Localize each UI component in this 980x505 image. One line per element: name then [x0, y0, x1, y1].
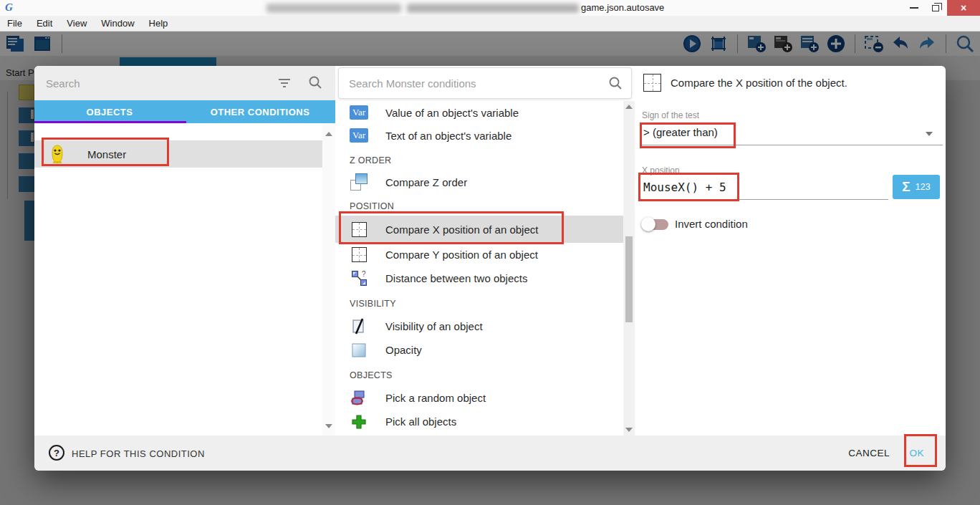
- menu-bar: File Edit View Window Help: [0, 16, 980, 32]
- dialog-footer: ? HELP FOR THIS CONDITION CANCEL OK: [34, 436, 946, 471]
- distance-icon: ?: [351, 270, 368, 287]
- title-redacted-segment: [266, 4, 401, 13]
- objects-search-input[interactable]: [46, 66, 261, 100]
- compare-y-icon: [352, 247, 367, 262]
- restore-icon: [932, 5, 939, 11]
- scroll-down-icon[interactable]: [625, 428, 633, 432]
- condition-item[interactable]: Visibility of an object: [335, 314, 623, 338]
- search-icon: [308, 75, 322, 90]
- tab-other-conditions[interactable]: OTHER CONDITIONS: [185, 100, 335, 123]
- invert-condition-toggle[interactable]: [643, 219, 668, 230]
- compare-x-icon: [352, 222, 367, 237]
- numeric-badge: 123: [916, 182, 931, 192]
- condition-item[interactable]: ? Distance between two objects: [335, 266, 623, 290]
- menu-window[interactable]: Window: [94, 18, 141, 29]
- section-header: POSITION: [335, 194, 623, 216]
- pick-all-icon: [351, 414, 367, 430]
- scroll-down-icon[interactable]: [325, 424, 332, 428]
- window-title: game.json.autosave: [581, 2, 664, 13]
- condition-item[interactable]: Compare Z order: [335, 170, 623, 194]
- chevron-down-icon[interactable]: [926, 132, 933, 136]
- x-position-input[interactable]: [643, 178, 880, 196]
- objects-list: Monster: [34, 123, 335, 436]
- section-header: Z ORDER: [335, 147, 623, 170]
- objects-search-bar: [34, 66, 335, 100]
- condition-editor-dialog: OBJECTS OTHER CONDITIONS Monster: [34, 66, 946, 471]
- visibility-icon: [352, 318, 366, 335]
- scroll-up-icon[interactable]: [325, 132, 332, 136]
- opacity-icon: [352, 343, 366, 357]
- field-underline: [640, 199, 888, 200]
- variable-value-icon: Var: [350, 105, 368, 120]
- condition-item[interactable]: Var Text of an object's variable: [335, 124, 623, 147]
- search-icon: [608, 76, 623, 90]
- objects-panel: OBJECTS OTHER CONDITIONS Monster: [34, 66, 335, 436]
- condition-detail-panel: Compare the X position of the object. Si…: [635, 66, 946, 436]
- minimize-button[interactable]: [904, 0, 924, 16]
- object-item-monster[interactable]: Monster: [34, 140, 322, 168]
- tab-objects[interactable]: OBJECTS: [34, 100, 185, 123]
- filter-icon[interactable]: [278, 79, 291, 87]
- titlebar: G game.json.autosave ×: [0, 0, 980, 16]
- help-link[interactable]: HELP FOR THIS CONDITION: [72, 448, 205, 459]
- section-header: VISIBILITY: [335, 290, 623, 314]
- sign-field-label: Sign of the test: [642, 110, 699, 120]
- menu-edit[interactable]: Edit: [29, 18, 59, 29]
- condition-item[interactable]: Compare Y position of an object: [335, 243, 623, 266]
- conditions-panel: Var Value of an object's variable Var Te…: [335, 66, 635, 436]
- z-order-icon: [350, 173, 368, 191]
- left-tab-bar: OBJECTS OTHER CONDITIONS: [34, 100, 335, 123]
- condition-item[interactable]: Opacity: [335, 338, 623, 362]
- conditions-search-input[interactable]: [349, 68, 592, 98]
- cancel-button[interactable]: CANCEL: [848, 448, 890, 458]
- condition-title: Compare the X position of the object.: [671, 77, 847, 89]
- conditions-list: Var Value of an object's variable Var Te…: [335, 101, 623, 436]
- app-logo-icon: G: [5, 1, 13, 14]
- invert-condition-label: Invert condition: [675, 218, 748, 230]
- scrollbar-thumb[interactable]: [625, 236, 633, 322]
- restore-button[interactable]: [926, 0, 946, 16]
- condition-item[interactable]: Pick all objects: [335, 410, 623, 433]
- minimize-icon: [910, 7, 918, 9]
- title-redacted-segment: [407, 4, 579, 13]
- toggle-thumb[interactable]: [641, 217, 655, 231]
- pick-random-icon: [351, 390, 368, 406]
- conditions-search-bar: [338, 67, 632, 99]
- menu-help[interactable]: Help: [142, 18, 176, 29]
- monster-icon: [50, 145, 64, 164]
- help-icon[interactable]: ?: [49, 445, 64, 461]
- objects-scrollbar[interactable]: [322, 123, 335, 436]
- field-underline: [640, 145, 943, 145]
- variable-text-icon: Var: [350, 128, 368, 143]
- compare-x-icon: [643, 74, 661, 92]
- sign-select[interactable]: > (greater than): [643, 126, 718, 138]
- condition-item-selected[interactable]: Compare X position of an object: [335, 216, 623, 243]
- expression-editor-button[interactable]: Σ 123: [893, 175, 940, 199]
- menu-view[interactable]: View: [59, 18, 94, 29]
- svg-text:?: ?: [362, 270, 366, 278]
- x-position-field-label: X position: [642, 165, 680, 175]
- sigma-icon: Σ: [902, 179, 910, 195]
- scroll-up-icon[interactable]: [625, 105, 633, 109]
- conditions-scrollbar[interactable]: [623, 101, 635, 436]
- condition-item[interactable]: Pick a random object: [335, 386, 623, 410]
- menu-file[interactable]: File: [0, 18, 29, 29]
- object-label: Monster: [87, 148, 126, 160]
- condition-item[interactable]: Var Value of an object's variable: [335, 101, 623, 124]
- close-button[interactable]: ×: [947, 0, 980, 16]
- ok-button[interactable]: OK: [909, 448, 924, 458]
- section-header: OBJECTS: [335, 362, 623, 386]
